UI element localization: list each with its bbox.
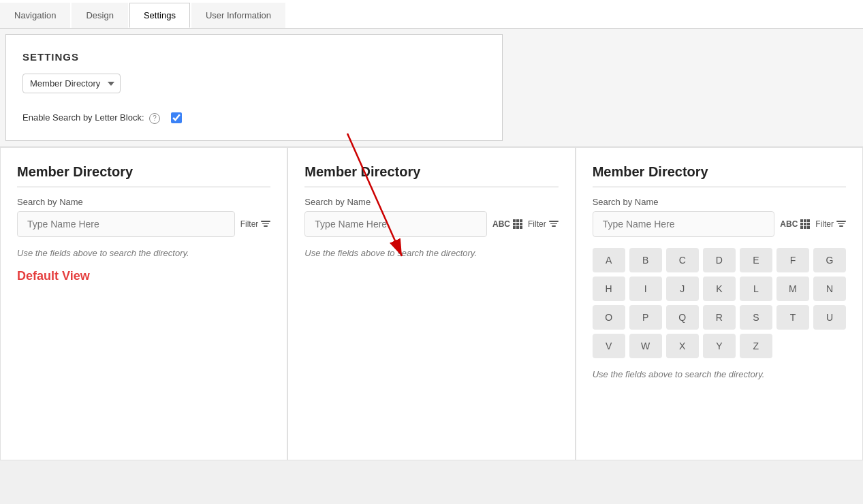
letter-button-w[interactable]: W	[629, 334, 662, 358]
letter-button-j[interactable]: J	[666, 277, 699, 301]
grid-dot	[804, 223, 806, 225]
grid-dot	[513, 219, 516, 222]
panel-abc-search-label: Search by Name	[304, 197, 558, 207]
panel-default-search-input[interactable]	[17, 211, 235, 237]
filter-lines-icon-2	[549, 221, 559, 227]
letter-button-i[interactable]: I	[629, 277, 662, 301]
grid-dot	[520, 226, 522, 229]
enable-search-row: Enable Search by Letter Block: ?	[22, 112, 486, 124]
grid-dot	[800, 223, 803, 225]
letter-button-p[interactable]: P	[629, 305, 662, 330]
letter-grid: ABCDEFGHIJKLMNOPQRSTUVWXYZ	[593, 248, 846, 358]
enable-search-checkbox[interactable]	[171, 112, 182, 123]
panel-letters-search-label: Search by Name	[593, 197, 846, 207]
grid-dot	[800, 219, 803, 222]
panel-abc-toggle-button[interactable]: ABC	[492, 219, 522, 229]
filter-line-2	[838, 223, 845, 225]
panel-default-search-row: Filter	[17, 211, 270, 237]
settings-panel: SETTINGS Member Directory Enable Search …	[5, 34, 503, 141]
grid-dot	[804, 219, 806, 222]
filter-line-1	[549, 221, 559, 222]
panel-abc-hint: Use the fields above to search the direc…	[304, 248, 558, 258]
panel-default-divider	[17, 187, 270, 187]
tab-user-information[interactable]: User Information	[191, 3, 285, 28]
tab-bar: Navigation Design Settings User Informat…	[0, 0, 863, 29]
letter-button-v[interactable]: V	[593, 334, 625, 358]
letter-button-t[interactable]: T	[776, 305, 809, 330]
panel-default-filter-button[interactable]: Filter	[240, 219, 271, 229]
directory-type-dropdown[interactable]: Member Directory	[22, 74, 121, 93]
grid-dot	[516, 219, 519, 222]
help-icon[interactable]: ?	[149, 113, 160, 124]
panel-abc-divider	[304, 187, 558, 187]
panel-letters-search-input[interactable]	[593, 211, 775, 237]
abc-label-3: ABC	[780, 219, 798, 229]
grid-dot	[513, 226, 516, 229]
letter-button-n[interactable]: N	[813, 277, 846, 301]
panel-default-title: Member Directory	[17, 164, 270, 180]
letter-button-f[interactable]: F	[776, 248, 809, 272]
letter-button-z[interactable]: Z	[740, 334, 772, 358]
letter-button-g[interactable]: G	[813, 248, 846, 272]
letter-button-o[interactable]: O	[593, 305, 625, 330]
panel-abc-toggle: Member Directory Search by Name ABC	[287, 147, 575, 460]
panel-abc-search-input[interactable]	[304, 211, 487, 237]
filter-line-2	[262, 223, 269, 225]
letter-button-h[interactable]: H	[593, 277, 625, 301]
preview-row: Member Directory Search by Name Filter U…	[0, 147, 863, 460]
letter-button-l[interactable]: L	[740, 277, 772, 301]
filter-lines-icon-1	[261, 221, 270, 227]
letter-button-a[interactable]: A	[593, 248, 625, 272]
letter-button-e[interactable]: E	[740, 248, 772, 272]
panel-letters-hint: Use the fields above to search the direc…	[593, 369, 846, 379]
abc-grid-icon-3	[800, 219, 810, 229]
panel-abc-filter-button[interactable]: Filter	[528, 219, 559, 229]
grid-dot	[800, 226, 803, 229]
panel-letters-abc-button[interactable]: ABC	[780, 219, 810, 229]
filter-line-2	[550, 223, 557, 225]
grid-dot	[516, 223, 519, 225]
default-view-badge: Default View	[17, 269, 270, 283]
panel-letters-title: Member Directory	[593, 164, 846, 180]
letter-button-r[interactable]: R	[703, 305, 736, 330]
grid-dot	[520, 219, 522, 222]
filter-line-3	[264, 225, 268, 227]
enable-search-label: Enable Search by Letter Block: ?	[22, 112, 160, 124]
tab-design[interactable]: Design	[72, 3, 127, 28]
grid-dot	[807, 223, 810, 225]
grid-dot	[804, 226, 806, 229]
letter-button-m[interactable]: M	[776, 277, 809, 301]
panel-default-search-label: Search by Name	[17, 197, 270, 207]
abc-label-2: ABC	[492, 219, 510, 229]
panel-default: Member Directory Search by Name Filter U…	[0, 147, 287, 460]
panel-letters-divider	[593, 187, 846, 187]
panel-default-hint: Use the fields above to search the direc…	[17, 248, 270, 258]
panel-abc-search-row: ABC Filter	[304, 211, 558, 237]
letter-button-q[interactable]: Q	[666, 305, 699, 330]
tab-navigation[interactable]: Navigation	[0, 3, 70, 28]
letter-button-k[interactable]: K	[703, 277, 736, 301]
abc-grid-icon-2	[513, 219, 522, 229]
preview-area: Member Directory Search by Name Filter U…	[0, 147, 863, 460]
grid-dot	[513, 223, 516, 225]
letter-button-x[interactable]: X	[666, 334, 699, 358]
letter-button-c[interactable]: C	[666, 248, 699, 272]
panel-abc-title: Member Directory	[304, 164, 558, 180]
grid-dot	[807, 226, 810, 229]
filter-label-1: Filter	[240, 219, 259, 229]
filter-line-3	[552, 225, 556, 227]
letter-button-y[interactable]: Y	[703, 334, 736, 358]
filter-lines-icon-3	[836, 221, 846, 227]
filter-label-3: Filter	[815, 219, 834, 229]
tab-settings[interactable]: Settings	[129, 3, 190, 28]
letter-button-u[interactable]: U	[813, 305, 846, 330]
panel-letters-search-row: ABC Filter	[593, 211, 846, 237]
settings-heading: SETTINGS	[22, 51, 486, 63]
letter-button-s[interactable]: S	[740, 305, 772, 330]
panel-letters-filter-button[interactable]: Filter	[815, 219, 846, 229]
grid-dot	[520, 223, 522, 225]
filter-line-1	[836, 221, 846, 222]
letter-button-b[interactable]: B	[629, 248, 662, 272]
letter-button-d[interactable]: D	[703, 248, 736, 272]
filter-line-3	[839, 225, 843, 227]
